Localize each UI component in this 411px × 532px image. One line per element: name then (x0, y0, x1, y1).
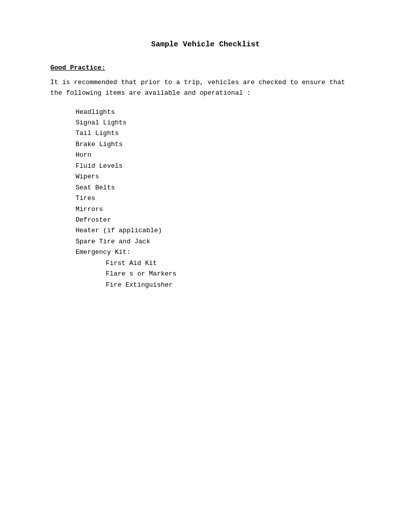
list-item: Tires (76, 193, 361, 204)
list-item: Mirrors (76, 204, 361, 215)
list-item: Fire Extinguisher (106, 280, 361, 290)
list-item: Headlights (76, 107, 361, 117)
list-item: First Aid Kit (106, 258, 361, 269)
list-item: Flare s or Markers (106, 269, 361, 279)
page-title: Sample Vehicle Checklist (50, 40, 361, 49)
list-item: Spare Tire and Jack (76, 236, 361, 247)
list-item: Brake Lights (76, 139, 361, 150)
section-heading: Good Practice: (50, 64, 361, 72)
list-item: Heater (if applicable) (76, 225, 361, 236)
list-item: Signal Lights (76, 117, 361, 128)
list-item: Seat Belts (76, 182, 361, 193)
list-item: Horn (76, 150, 361, 160)
list-item: Fluid Levels (76, 161, 361, 171)
list-item: Wipers (76, 171, 361, 182)
sub-checklist: First Aid Kit Flare s or Markers Fire Ex… (106, 258, 361, 290)
checklist: Headlights Signal Lights Tail Lights Bra… (76, 107, 361, 290)
intro-text: It is recommended that prior to a trip, … (50, 78, 361, 99)
list-item: Defroster (76, 215, 361, 225)
list-item-emergency: Emergency Kit: (76, 247, 361, 257)
list-item: Tail Lights (76, 128, 361, 139)
